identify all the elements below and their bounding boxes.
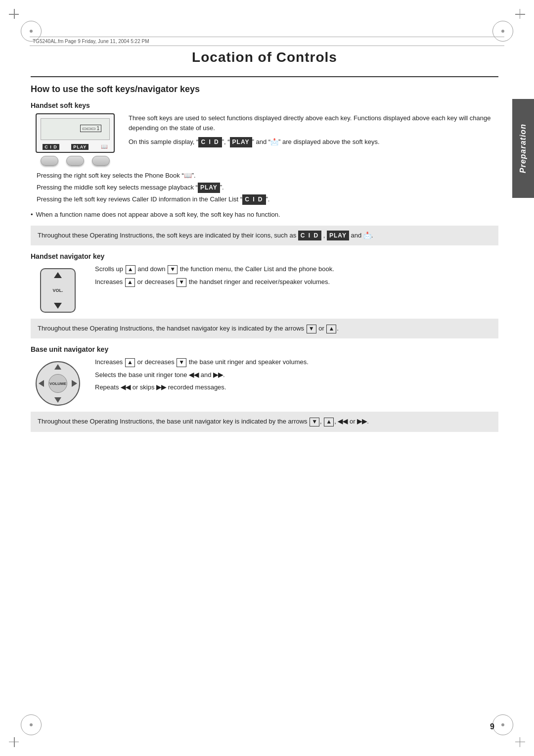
circle-deco-br [492,714,513,735]
dbl-left-arr: ◀◀ [189,371,199,378]
info-box-sep1: , [323,232,327,239]
navigator-diagram: VOL. [31,264,85,313]
base-nav-inner: VOLUME [48,374,67,393]
main-content: Location of Controls How to use the soft… [31,49,498,716]
arr-down-icon-2: ▼ [177,278,186,287]
corner-decoration-bl [5,733,23,751]
base-navigator-section: Base unit navigator key VOLUME Increases… [31,345,498,431]
header-text: TG5240AL.fm Page 9 Friday, June 11, 2004… [33,39,149,44]
softkey-buttons [41,156,110,166]
arr-down-info: ▼ [307,325,316,333]
softkey-btn-middle [66,156,84,166]
base-nav-diagram: VOLUME [31,357,85,406]
play-label: PLAY [71,144,89,150]
navigator-text: Scrolls up ▲ and down ▼ the function men… [95,264,498,287]
corner-decoration-tl [5,5,23,23]
soft-keys-desc-1: Three soft keys are used to select funct… [129,113,498,133]
base-arrow-down [54,397,61,403]
screen-battery-icon: ▭▭▭ 1 [80,125,101,132]
base-nav-text-1: Increases ▲ or decreases ▼ the base unit… [95,357,498,367]
pressing-instruction-3: Pressing the left soft key reviews Calle… [37,194,498,205]
base-arrow-up [54,364,61,370]
base-arr-up-1: ▲ [125,358,135,367]
base-nav-text: Increases ▲ or decreases ▼ the base unit… [95,357,498,392]
b-arr-up: ▲ [324,418,334,426]
base-nav-info-box: Throughout these Operating Instructions,… [31,412,498,431]
handset-navigator-section: Handset navigator key VOL. Scrolls up ▲ … [31,252,498,338]
b-arr-down: ▼ [310,418,319,426]
handset-soft-keys-label: Handset soft keys [31,101,498,109]
header-line: TG5240AL.fm Page 9 Friday, June 11, 2004… [30,37,504,46]
pressing-instruction-2: Pressing the middle soft key selects mes… [37,183,498,193]
nav-key: VOL. [40,268,76,313]
base-nav-text-3: Repeats ◀◀ or skips ▶▶ recorded messages… [95,382,498,392]
page-number: 9 [490,722,494,731]
arr-up-icon-2: ▲ [125,278,135,287]
base-nav-key: VOLUME [36,361,80,406]
base-nav-text-2: Selects the base unit ringer tone ◀◀ and… [95,370,498,380]
b-dbl-right: ▶▶ [357,418,367,425]
repeat-arr: ◀◀ [121,383,131,391]
cid-badge-info: C I D [298,231,321,241]
handset-navigator-label: Handset navigator key [31,252,498,260]
base-navigator-label: Base unit navigator key [31,345,498,353]
play-badge-inline: PLAY [230,137,252,147]
arr-up-icon: ▲ [126,265,135,274]
circle-deco-bl [21,714,42,735]
side-tab: Preparation [512,99,534,198]
info-box-sep2: and 📩. [351,232,373,239]
skip-arr: ▶▶ [156,383,166,391]
title-divider [31,76,498,77]
bullet-note: • When a function name does not appear a… [31,210,498,220]
navigator-content: VOL. Scrolls up ▲ and down ▼ the functio… [31,264,498,313]
handset-diagram: ▭▭▭ 1 C I D PLAY 📖 [31,113,120,166]
nav-info-box: Throughout these Operating Instructions,… [31,319,498,338]
arr-down-icon: ▼ [168,265,178,274]
soft-keys-desc-2: On this sample display, “C I D”, “PLAY” … [129,137,498,147]
nav-vol-label: VOL. [52,288,63,293]
phonebook-label: 📖 [101,143,108,150]
handset-screen: ▭▭▭ 1 C I D PLAY 📖 [36,113,115,153]
cid-badge-press: C I D [242,194,266,205]
screen-softkey-labels: C I D PLAY 📖 [37,143,114,150]
cid-badge-inline: C I D [198,137,222,147]
nav-text-2: Increases ▲ or decreases ▼ the handset r… [95,277,498,287]
corner-decoration-tr [511,5,529,23]
section-title: How to use the soft keys/navigator keys [31,84,498,94]
base-nav-content: VOLUME Increases ▲ or decreases ▼ the ba… [31,357,498,406]
nav-down-arrow [54,303,62,309]
handset-soft-keys-section: Handset soft keys ▭▭▭ 1 C I D PLAY 📖 [31,101,498,245]
pressing-instruction-1: Pressing the right soft key selects the … [37,171,498,181]
corner-decoration-br [511,733,529,751]
dbl-right-arr: ▶▶ [213,371,223,378]
side-tab-label: Preparation [519,124,528,173]
soft-keys-content: ▭▭▭ 1 C I D PLAY 📖 Three soft keys are u [31,113,498,166]
play-badge-press: PLAY [198,183,220,193]
base-arr-down-1: ▼ [177,358,186,367]
soft-keys-info-box: Throughout these Operating Instructions,… [31,226,498,246]
nav-up-arrow [54,272,62,278]
play-badge-info: PLAY [327,231,349,241]
base-arrow-right [72,380,77,387]
b-dbl-left: ◀◀ [338,418,348,425]
nav-text-1: Scrolls up ▲ and down ▼ the function men… [95,264,498,274]
page-title: Location of Controls [31,49,498,65]
info-box-text: Throughout these Operating Instructions,… [38,232,298,239]
soft-keys-text: Three soft keys are used to select funct… [129,113,498,166]
cid-label: C I D [43,144,59,150]
bullet-symbol: • [31,210,33,220]
arr-up-info: ▲ [326,325,336,333]
bullet-text: When a function name does not appear abo… [36,210,280,220]
base-arrow-left [39,380,44,387]
screen-inner: ▭▭▭ 1 [41,118,110,140]
softkey-btn-right [92,156,110,166]
softkey-btn-left [41,156,58,166]
